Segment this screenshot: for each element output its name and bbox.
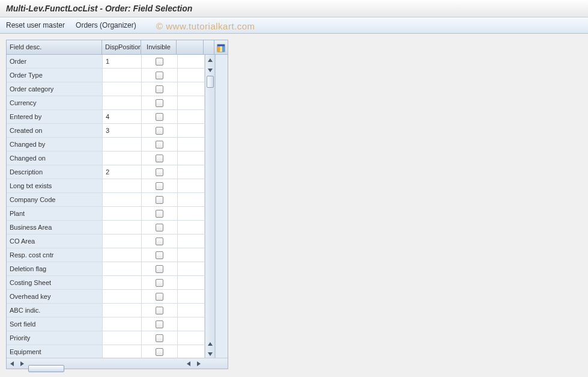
table-row[interactable]: Long txt exists (7, 179, 205, 193)
scroll-right-step-button[interactable] (17, 358, 27, 369)
field-desc-cell[interactable]: Description (7, 165, 103, 179)
column-header-invisible[interactable]: Invisible (141, 40, 177, 54)
vertical-scrollbar[interactable] (205, 55, 215, 358)
table-row[interactable]: ABC indic. (7, 304, 205, 317)
disp-position-cell[interactable] (103, 207, 142, 221)
column-header-disp-position[interactable]: DispPosition (102, 40, 141, 54)
scroll-down-step-button[interactable] (205, 65, 214, 75)
table-row[interactable]: Order1 (7, 55, 205, 69)
disp-position-cell[interactable] (103, 248, 142, 262)
invisible-checkbox[interactable] (156, 348, 163, 356)
table-row[interactable]: Company Code (7, 193, 205, 207)
table-row[interactable]: Deletion flag (7, 262, 205, 276)
disp-position-cell[interactable] (103, 262, 142, 276)
field-desc-cell[interactable]: Entered by (7, 110, 103, 124)
horizontal-scroll-thumb[interactable] (28, 365, 64, 372)
disp-position-cell[interactable] (103, 138, 142, 152)
field-desc-cell[interactable]: Order (7, 55, 103, 69)
table-row[interactable]: Business Area (7, 221, 205, 234)
field-desc-cell[interactable]: Overhead key (7, 290, 103, 304)
horizontal-scrollbar[interactable] (7, 358, 228, 369)
disp-position-cell[interactable] (103, 234, 142, 248)
table-settings-button[interactable] (214, 40, 228, 54)
scroll-up-button[interactable] (205, 55, 214, 65)
table-row[interactable]: CO Area (7, 234, 205, 248)
table-row[interactable]: Costing Sheet (7, 276, 205, 290)
disp-position-cell[interactable]: 3 (103, 124, 142, 138)
field-desc-cell[interactable]: Costing Sheet (7, 276, 103, 290)
field-desc-cell[interactable]: Plant (7, 207, 103, 221)
invisible-checkbox[interactable] (156, 279, 163, 287)
field-desc-cell[interactable]: CO Area (7, 234, 103, 248)
invisible-checkbox[interactable] (156, 155, 163, 162)
table-row[interactable]: Changed on (7, 152, 205, 165)
disp-position-cell[interactable] (103, 317, 142, 331)
invisible-checkbox[interactable] (156, 210, 163, 218)
table-row[interactable]: Equipment (7, 345, 205, 358)
scroll-up-step-button[interactable] (205, 339, 214, 349)
scroll-left-step-button[interactable] (183, 358, 193, 369)
scroll-down-button[interactable] (205, 349, 214, 358)
disp-position-cell[interactable]: 4 (103, 110, 142, 124)
disp-position-cell[interactable] (103, 276, 142, 290)
table-row[interactable]: Order category (7, 82, 205, 96)
table-row[interactable]: Currency (7, 96, 205, 110)
disp-position-cell[interactable] (103, 345, 142, 358)
field-desc-cell[interactable]: Created on (7, 124, 103, 138)
invisible-checkbox[interactable] (156, 293, 163, 301)
field-desc-cell[interactable]: Order category (7, 82, 103, 96)
invisible-checkbox[interactable] (156, 141, 163, 149)
field-desc-cell[interactable]: Company Code (7, 193, 103, 207)
vertical-scroll-thumb[interactable] (207, 76, 214, 88)
column-header-field-desc[interactable]: Field desc. (7, 40, 102, 54)
scroll-right-button[interactable] (193, 358, 204, 369)
field-desc-cell[interactable]: Currency (7, 96, 103, 110)
table-row[interactable]: Order Type (7, 69, 205, 82)
table-row[interactable]: Overhead key (7, 290, 205, 304)
invisible-checkbox[interactable] (156, 238, 163, 245)
field-desc-cell[interactable]: Sort field (7, 317, 103, 331)
disp-position-cell[interactable] (103, 152, 142, 165)
invisible-checkbox[interactable] (156, 127, 163, 135)
invisible-checkbox[interactable] (156, 196, 163, 204)
disp-position-cell[interactable] (103, 331, 142, 345)
invisible-checkbox[interactable] (156, 334, 163, 342)
disp-position-cell[interactable] (103, 96, 142, 110)
disp-position-cell[interactable] (103, 179, 142, 193)
table-row[interactable]: Sort field (7, 317, 205, 331)
disp-position-cell[interactable]: 1 (103, 55, 142, 69)
disp-position-cell[interactable] (103, 69, 142, 82)
invisible-checkbox[interactable] (156, 224, 163, 231)
disp-position-cell[interactable] (103, 290, 142, 304)
invisible-checkbox[interactable] (156, 265, 163, 273)
invisible-checkbox[interactable] (156, 182, 163, 190)
table-row[interactable]: Description2 (7, 165, 205, 179)
disp-position-cell[interactable] (103, 304, 142, 317)
orders-organizer-button[interactable]: Orders (Organizer) (76, 21, 136, 29)
invisible-checkbox[interactable] (156, 72, 163, 79)
field-desc-cell[interactable]: Equipment (7, 345, 103, 358)
table-row[interactable]: Created on3 (7, 124, 205, 138)
table-row[interactable]: Plant (7, 207, 205, 221)
invisible-checkbox[interactable] (156, 85, 163, 93)
disp-position-cell[interactable] (103, 82, 142, 96)
invisible-checkbox[interactable] (156, 251, 163, 259)
table-row[interactable]: Changed by (7, 138, 205, 152)
field-desc-cell[interactable]: Changed on (7, 152, 103, 165)
field-desc-cell[interactable]: Deletion flag (7, 262, 103, 276)
invisible-checkbox[interactable] (156, 99, 163, 107)
field-desc-cell[interactable]: Order Type (7, 69, 103, 82)
invisible-checkbox[interactable] (156, 168, 163, 176)
table-row[interactable]: Priority (7, 331, 205, 345)
disp-position-cell[interactable] (103, 193, 142, 207)
field-desc-cell[interactable]: Resp. cost cntr (7, 248, 103, 262)
field-desc-cell[interactable]: Business Area (7, 221, 103, 234)
table-row[interactable]: Entered by4 (7, 110, 205, 124)
field-desc-cell[interactable]: Long txt exists (7, 179, 103, 193)
field-desc-cell[interactable]: Changed by (7, 138, 103, 152)
disp-position-cell[interactable] (103, 221, 142, 234)
field-desc-cell[interactable]: Priority (7, 331, 103, 345)
invisible-checkbox[interactable] (156, 113, 163, 121)
field-desc-cell[interactable]: ABC indic. (7, 304, 103, 317)
invisible-checkbox[interactable] (156, 307, 163, 314)
